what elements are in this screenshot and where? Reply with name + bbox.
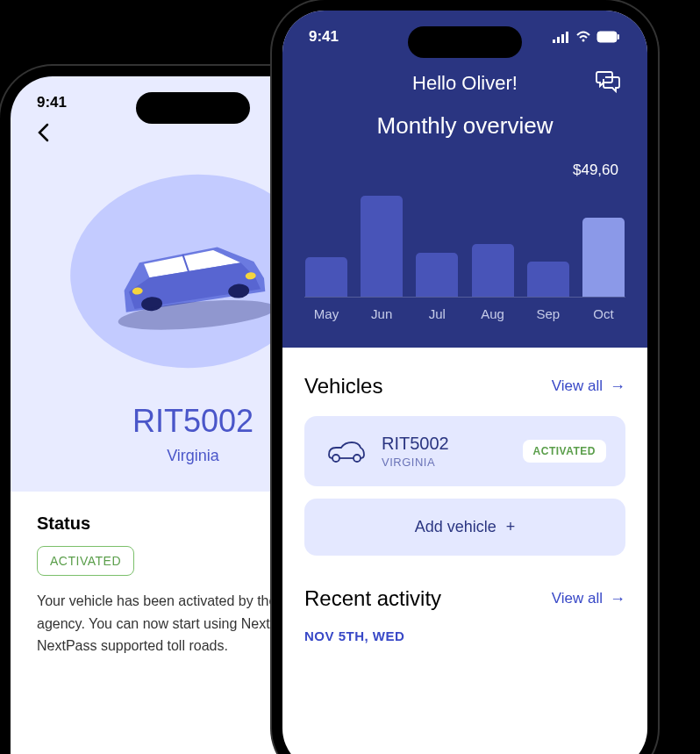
svg-rect-11 [618,34,619,39]
vehicles-view-all[interactable]: View all → [552,377,625,396]
month-label: Jun [360,306,404,321]
svg-point-13 [354,455,361,462]
month-label: Jul [415,306,459,321]
arrow-right-icon: → [610,590,625,608]
svg-point-12 [332,455,339,462]
phone-dashboard: 9:41 Hello Oliver! Monthly overview $49,… [272,0,658,754]
greeting-text: Hello Oliver! [412,72,518,95]
car-icon [324,439,366,463]
recent-title: Recent activity [304,586,441,611]
battery-icon [596,31,621,43]
month-label: May [304,306,348,321]
chart-bar[interactable] [526,262,570,297]
overview-title: Monthly overview [282,112,647,140]
vehicle-plate: RIT5002 [382,434,507,454]
vehicle-card[interactable]: RIT5002 VIRGINIA ACTIVATED [304,416,625,486]
month-label: Aug [471,306,515,321]
status-badge: ACTIVATED [37,546,134,576]
svg-point-9 [582,39,585,42]
vehicle-region: VIRGINIA [382,456,507,469]
activity-date: NOV 5TH, WED [304,628,625,643]
screen-dashboard: 9:41 Hello Oliver! Monthly overview $49,… [282,11,647,754]
svg-rect-7 [561,34,564,43]
vehicles-header: Vehicles View all → [304,374,625,399]
notch [136,92,250,124]
svg-rect-6 [557,37,560,43]
recent-header: Recent activity View all → [304,586,625,611]
notch [408,26,522,58]
vehicle-info: RIT5002 VIRGINIA [382,434,507,469]
chevron-left-icon [37,123,49,142]
plus-icon: + [506,518,516,535]
chart-bar[interactable] [582,218,625,297]
status-icons [553,28,621,46]
monthly-chart: $49,60 MayJunJulAugSepOct [282,162,647,321]
vehicles-title: Vehicles [304,374,382,399]
add-vehicle-label: Add vehicle [415,518,496,535]
add-vehicle-button[interactable]: Add vehicle + [304,499,625,556]
view-all-label: View all [552,590,603,607]
chart-highlight-value: $49,60 [304,162,625,179]
month-label: Oct [582,306,625,321]
recent-view-all[interactable]: View all → [552,590,625,608]
dashboard-content: Vehicles View all → RIT5002 VIRGINIA ACT… [282,348,647,670]
chart-bar[interactable] [471,244,515,297]
svg-rect-5 [553,39,555,43]
status-time: 9:41 [309,28,339,46]
wifi-icon [575,31,591,43]
chat-icon [595,70,621,93]
chart-bar[interactable] [360,196,404,297]
recent-activity-section: Recent activity View all → NOV 5TH, WED [304,586,625,643]
month-label: Sep [526,306,570,321]
arrow-right-icon: → [610,377,625,396]
status-time: 9:41 [37,94,67,111]
chat-button[interactable] [595,70,621,97]
chart-bar[interactable] [415,253,459,297]
chart-bar[interactable] [304,257,348,297]
dashboard-header: 9:41 Hello Oliver! Monthly overview $49,… [282,11,647,348]
svg-rect-8 [566,32,568,43]
svg-rect-10 [597,32,617,42]
signal-icon [553,31,570,43]
vehicle-status-badge: ACTIVATED [523,440,606,463]
view-all-label: View all [552,377,603,395]
